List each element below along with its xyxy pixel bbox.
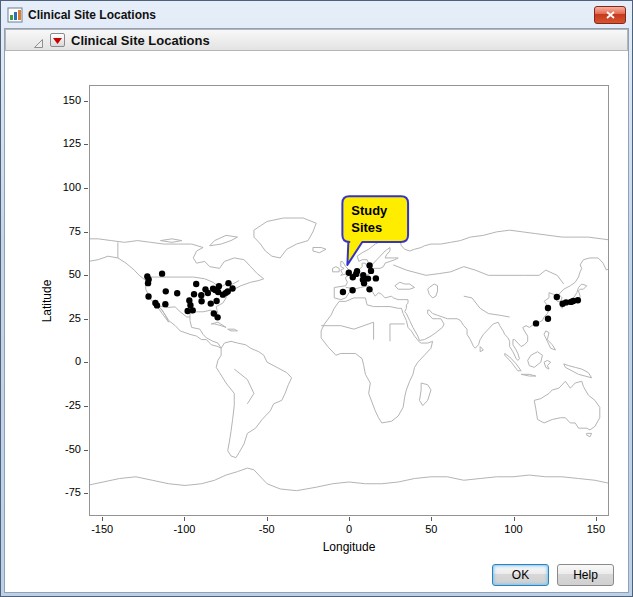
site-point[interactable] xyxy=(533,320,539,326)
x-tick-mark xyxy=(514,517,515,521)
y-tick-mark xyxy=(84,275,88,276)
y-tick-label: 0 xyxy=(45,355,81,367)
red-triangle-menu-button[interactable] xyxy=(50,33,65,47)
outline-header: Clinical Site Locations xyxy=(5,29,628,51)
window: Clinical Site Locations xyxy=(0,0,633,597)
site-point[interactable] xyxy=(174,290,180,296)
site-point[interactable] xyxy=(554,294,560,300)
site-point[interactable] xyxy=(184,308,190,314)
y-tick-label: -50 xyxy=(45,443,81,455)
site-point[interactable] xyxy=(213,298,219,304)
y-tick-mark xyxy=(84,319,88,320)
y-tick-mark xyxy=(84,101,88,102)
y-tick-mark xyxy=(84,406,88,407)
x-tick-label: 150 xyxy=(574,523,618,535)
site-point[interactable] xyxy=(198,292,204,298)
disclosure-triangle-icon[interactable] xyxy=(33,35,44,46)
x-tick-label: 100 xyxy=(492,523,536,535)
close-icon xyxy=(606,11,615,19)
y-tick-label: 75 xyxy=(45,225,81,237)
site-point[interactable] xyxy=(229,285,235,291)
site-point[interactable] xyxy=(211,310,217,316)
x-tick-label: 50 xyxy=(409,523,453,535)
y-tick-mark xyxy=(84,144,88,145)
app-icon xyxy=(7,7,23,23)
site-point[interactable] xyxy=(145,293,151,299)
plot-overlay: StudySites xyxy=(90,86,608,515)
y-tick-mark xyxy=(84,362,88,363)
y-tick-mark xyxy=(84,232,88,233)
site-point[interactable] xyxy=(368,268,374,274)
x-tick-label: -100 xyxy=(162,523,206,535)
close-button[interactable] xyxy=(594,6,626,24)
site-point[interactable] xyxy=(162,301,168,307)
site-point[interactable] xyxy=(216,283,222,289)
site-point[interactable] xyxy=(145,280,151,286)
content: Clinical Site Locations Latitude StudySi… xyxy=(4,28,629,593)
annotation-text: Sites xyxy=(351,220,382,235)
button-row: OK Help xyxy=(5,558,628,592)
x-tick-mark xyxy=(596,517,597,521)
site-point[interactable] xyxy=(575,297,581,303)
y-tick-mark xyxy=(84,450,88,451)
site-point[interactable] xyxy=(354,268,360,274)
site-point[interactable] xyxy=(545,305,551,311)
titlebar[interactable]: Clinical Site Locations xyxy=(4,4,629,28)
site-point[interactable] xyxy=(349,287,355,293)
y-tick-label: 50 xyxy=(45,268,81,280)
site-point[interactable] xyxy=(373,275,379,281)
site-point[interactable] xyxy=(208,300,214,306)
site-point[interactable] xyxy=(225,280,231,286)
site-point[interactable] xyxy=(193,281,199,287)
x-tick-mark xyxy=(349,517,350,521)
site-point[interactable] xyxy=(545,316,551,322)
y-tick-label: 150 xyxy=(45,94,81,106)
x-tick-label: -150 xyxy=(80,523,124,535)
window-title: Clinical Site Locations xyxy=(28,8,156,22)
x-tick-label: -50 xyxy=(245,523,289,535)
ok-button[interactable]: OK xyxy=(492,564,549,586)
x-tick-mark xyxy=(267,517,268,521)
site-point[interactable] xyxy=(159,270,165,276)
y-tick-label: 100 xyxy=(45,181,81,193)
site-point[interactable] xyxy=(205,290,211,296)
x-tick-label: 0 xyxy=(327,523,371,535)
plot-area: Latitude StudySites Longitude -150-100-5… xyxy=(5,51,628,558)
y-tick-label: 125 xyxy=(45,137,81,149)
y-tick-mark xyxy=(84,188,88,189)
y-tick-label: -75 xyxy=(45,486,81,498)
red-triangle-icon xyxy=(52,36,63,45)
x-tick-mark xyxy=(102,517,103,521)
site-point[interactable] xyxy=(191,291,197,297)
plot-frame[interactable]: StudySites xyxy=(89,85,609,516)
site-point[interactable] xyxy=(366,286,372,292)
y-tick-label: 25 xyxy=(45,312,81,324)
site-point[interactable] xyxy=(361,280,367,286)
site-point[interactable] xyxy=(366,262,372,268)
y-tick-label: -25 xyxy=(45,399,81,411)
help-button[interactable]: Help xyxy=(557,564,614,586)
site-point[interactable] xyxy=(154,302,160,308)
x-axis-label: Longitude xyxy=(89,540,609,554)
x-tick-mark xyxy=(431,517,432,521)
site-point[interactable] xyxy=(163,288,169,294)
panel-title: Clinical Site Locations xyxy=(71,33,210,48)
site-point[interactable] xyxy=(340,289,346,295)
y-tick-mark xyxy=(84,493,88,494)
annotation-text: Study xyxy=(351,203,388,218)
x-tick-mark xyxy=(184,517,185,521)
site-point[interactable] xyxy=(198,298,204,304)
